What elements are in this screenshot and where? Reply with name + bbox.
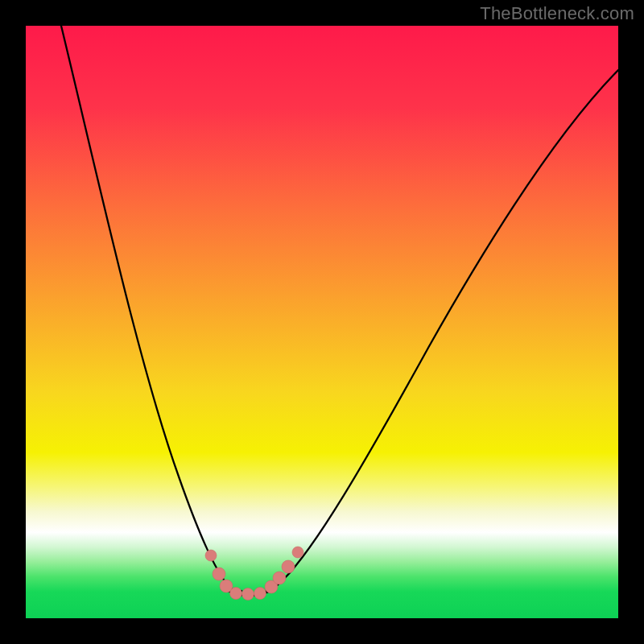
curve-marker (205, 550, 217, 561)
chart-plot-area (26, 26, 618, 618)
curve-marker (254, 588, 266, 600)
bottleneck-chart-svg (26, 26, 618, 618)
curve-marker (282, 560, 295, 573)
curve-marker (230, 588, 242, 600)
curve-marker (242, 588, 254, 601)
curve-marker (273, 572, 286, 584)
watermark-text: TheBottleneck.com (480, 3, 634, 24)
curve-marker (292, 547, 303, 558)
curve-marker (213, 568, 225, 580)
